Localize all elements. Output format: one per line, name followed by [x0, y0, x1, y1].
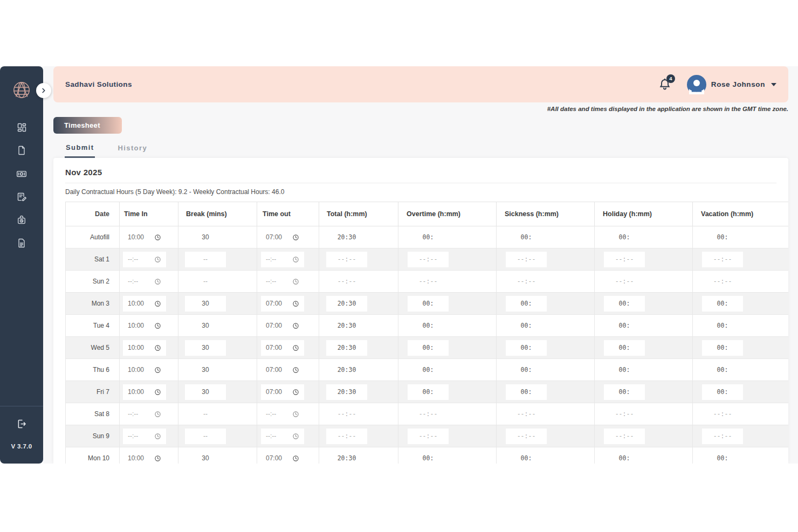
vacation-input[interactable]: 00: [702, 384, 743, 400]
sidebar-item-payroll[interactable] [12, 167, 31, 181]
break-input[interactable]: 30 [185, 296, 226, 312]
sickness-input[interactable]: 00: [506, 451, 547, 464]
sickness-input[interactable]: 00: [506, 296, 547, 312]
overtime-input[interactable]: --:-- [408, 274, 449, 289]
sickness-input[interactable]: 00: [506, 384, 547, 400]
logout-button[interactable] [16, 418, 27, 431]
sickness-input[interactable]: 00: [506, 340, 547, 356]
sickness-input[interactable]: 00: [506, 318, 547, 334]
time-out-input[interactable]: 07:00 [261, 340, 304, 356]
overtime-input[interactable]: 00: [408, 318, 449, 334]
clock-icon [154, 322, 161, 329]
time-in-input[interactable]: 10:00 [123, 340, 166, 356]
holiday-input[interactable]: --:-- [604, 406, 645, 422]
time-out-input[interactable]: --:-- [261, 252, 304, 267]
vacation-input[interactable]: 00: [702, 318, 743, 334]
break-input[interactable]: 30 [185, 384, 226, 400]
time-in-input[interactable]: 10:00 [123, 384, 166, 400]
time-out-input[interactable]: 07:00 [261, 296, 304, 312]
time_out-cell: 07:00 [257, 293, 319, 315]
sickness-input[interactable]: 00: [506, 362, 547, 378]
time-value: --:-- [128, 278, 138, 285]
time-in-input[interactable]: 10:00 [123, 362, 166, 378]
overtime-input[interactable]: 00: [408, 230, 449, 245]
sidebar-item-time-tracking[interactable] [12, 213, 31, 227]
time-out-input[interactable]: 07:00 [261, 230, 304, 245]
total-output: 20:30 [326, 362, 367, 378]
sidebar-item-reports[interactable] [12, 236, 31, 250]
time-out-input[interactable]: --:-- [261, 429, 304, 444]
break-input[interactable]: -- [185, 406, 226, 422]
user-menu[interactable]: Rose Johnson [687, 75, 776, 94]
time-out-input[interactable]: 07:00 [261, 384, 304, 400]
break-input[interactable]: -- [185, 252, 226, 267]
break-input[interactable]: 30 [185, 340, 226, 356]
sidebar-expand-button[interactable] [36, 83, 51, 98]
vacation-input[interactable]: 00: [702, 362, 743, 378]
holiday-input[interactable]: --:-- [604, 252, 645, 267]
holiday-input[interactable]: 00: [604, 362, 645, 378]
break-input[interactable]: -- [185, 429, 226, 444]
holiday-input[interactable]: 00: [604, 230, 645, 245]
break-input[interactable]: -- [185, 274, 226, 289]
vacation-input[interactable]: --:-- [702, 274, 743, 289]
sickness-input[interactable]: --:-- [506, 274, 547, 289]
sidebar-item-documents[interactable] [12, 143, 31, 157]
time-in-input[interactable]: 10:00 [123, 230, 166, 245]
vacation-cell: --:-- [693, 271, 789, 293]
overtime-input[interactable]: 00: [408, 384, 449, 400]
time-in-input[interactable]: --:-- [123, 429, 166, 444]
vacation-input[interactable]: --:-- [702, 252, 743, 267]
overtime-input[interactable]: --:-- [408, 252, 449, 267]
vacation-input[interactable]: 00: [702, 296, 743, 312]
time-in-input[interactable]: --:-- [123, 274, 166, 289]
total-output: 20:30 [326, 318, 367, 334]
holiday-input[interactable]: 00: [604, 318, 645, 334]
break-input[interactable]: 30 [185, 362, 226, 378]
overtime-input[interactable]: 00: [408, 362, 449, 378]
overtime-input[interactable]: 00: [408, 340, 449, 356]
time-in-input[interactable]: 10:00 [123, 318, 166, 334]
overtime-input[interactable]: --:-- [408, 429, 449, 444]
overtime-input[interactable]: 00: [408, 451, 449, 464]
sidebar-item-dashboard[interactable] [12, 120, 31, 134]
vacation-input[interactable]: --:-- [702, 406, 743, 422]
holiday-input[interactable]: 00: [604, 296, 645, 312]
time-in-input[interactable]: 10:00 [123, 296, 166, 312]
sidebar-item-edit-timesheet[interactable] [12, 190, 31, 204]
notifications-button[interactable]: 4 [658, 77, 672, 92]
holiday-input[interactable]: --:-- [604, 429, 645, 444]
sickness-input[interactable]: --:-- [506, 252, 547, 267]
time-value: --:-- [128, 255, 138, 263]
time-in-input[interactable]: --:-- [123, 252, 166, 267]
time-in-input[interactable]: --:-- [123, 406, 166, 422]
break-input[interactable]: 30 [185, 318, 226, 334]
holiday-input[interactable]: --:-- [604, 274, 645, 289]
time-out-input[interactable]: --:-- [261, 274, 304, 289]
sickness-input[interactable]: --:-- [506, 429, 547, 444]
sickness-input[interactable]: 00: [506, 230, 547, 245]
time-out-input[interactable]: 07:00 [261, 362, 304, 378]
vacation-input[interactable]: 00: [702, 451, 743, 464]
holiday-input[interactable]: 00: [604, 451, 645, 464]
overtime-input[interactable]: 00: [408, 296, 449, 312]
tab-submit[interactable]: Submit [65, 142, 95, 158]
holiday-input[interactable]: 00: [604, 340, 645, 356]
vacation-input[interactable]: 00: [702, 340, 743, 356]
time-out-input[interactable]: 07:00 [261, 451, 304, 464]
break-input[interactable]: 30 [185, 230, 226, 245]
sickness-input[interactable]: --:-- [506, 406, 547, 422]
timesheet-page-button[interactable]: Timesheet [53, 117, 122, 134]
time-in-input[interactable]: 10:00 [123, 451, 166, 464]
time-out-input[interactable]: --:-- [261, 406, 304, 422]
overtime-input[interactable]: --:-- [408, 406, 449, 422]
timesheet-row: Sun 2--:------:----:----:----:----:----:… [66, 271, 789, 293]
time-value: --:-- [266, 410, 276, 418]
total-cell: 20:30 [319, 337, 398, 359]
holiday-input[interactable]: 00: [604, 384, 645, 400]
vacation-input[interactable]: 00: [702, 230, 743, 245]
time-out-input[interactable]: 07:00 [261, 318, 304, 334]
vacation-input[interactable]: --:-- [702, 429, 743, 444]
tab-history[interactable]: History [116, 142, 148, 158]
break-input[interactable]: 30 [185, 451, 226, 464]
